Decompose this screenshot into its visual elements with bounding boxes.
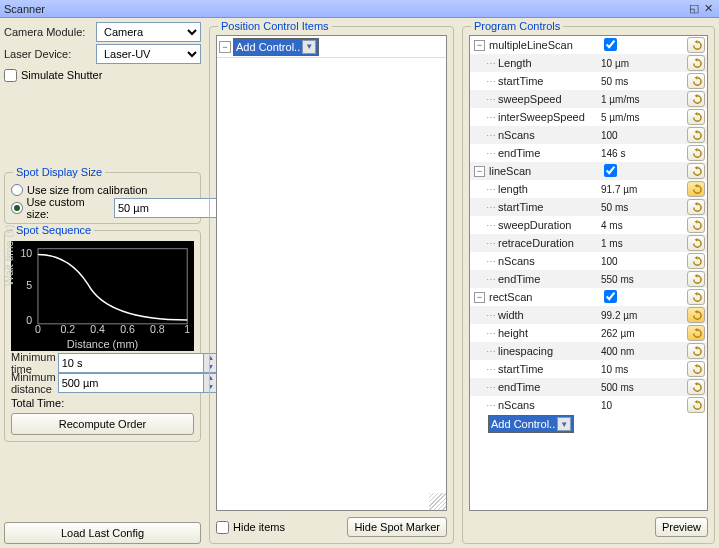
tree-leaf-row[interactable]: ⋯linespacing400 nm [470,342,707,360]
load-config-button[interactable]: Load Last Config [4,522,201,544]
chevron-down-icon[interactable]: ▼ [557,417,571,431]
collapse-icon[interactable]: − [219,41,231,53]
min-dist-input[interactable] [58,373,203,393]
param-value[interactable]: 146 s [601,148,659,159]
revert-button[interactable] [687,55,705,71]
svg-text:0.4: 0.4 [90,323,105,335]
preview-button[interactable]: Preview [655,517,708,537]
tree-leaf-row[interactable]: ⋯Length10 µm [470,54,707,72]
revert-button[interactable] [687,91,705,107]
revert-button[interactable] [687,343,705,359]
param-value[interactable]: 50 ms [601,76,659,87]
recompute-button[interactable]: Recompute Order [11,413,194,435]
revert-button[interactable] [687,37,705,53]
enable-checkbox[interactable] [604,164,617,177]
param-value[interactable]: 500 ms [601,382,659,393]
param-value[interactable]: 550 ms [601,274,659,285]
tree-leaf-row[interactable]: ⋯endTime146 s [470,144,707,162]
param-value[interactable]: 1 µm/ms [601,94,659,105]
param-value[interactable]: 91.7 µm [601,184,659,195]
window-title: Scanner [4,3,687,15]
svg-text:1: 1 [184,323,190,335]
param-value[interactable]: 4 ms [601,220,659,231]
revert-button[interactable] [687,397,705,413]
enable-checkbox[interactable] [604,290,617,303]
revert-button[interactable] [687,361,705,377]
radio-custom[interactable]: Use custom size: ▲▼ [11,199,194,217]
laser-device-select[interactable]: Laser-UV [96,44,201,64]
tree-header-row[interactable]: −rectScan [470,288,707,306]
param-value[interactable]: 99.2 µm [601,310,659,321]
param-value[interactable]: 5 µm/ms [601,112,659,123]
param-name: sweepDuration [498,219,599,231]
min-time-input[interactable] [58,353,203,373]
param-value[interactable]: 100 [601,256,659,267]
collapse-icon[interactable]: − [474,40,485,51]
chevron-down-icon[interactable]: ▼ [302,40,316,54]
param-value[interactable]: 400 nm [601,346,659,357]
tree-leaf-row[interactable]: ⋯sweepDuration4 ms [470,216,707,234]
revert-button[interactable] [687,325,705,341]
param-value[interactable]: 10 µm [601,58,659,69]
add-control-row[interactable]: Add Control..▼ [470,414,707,434]
spot-display-group: Spot Display Size Use size from calibrat… [4,172,201,224]
tree-node-name: lineScan [489,165,604,177]
camera-module-select[interactable]: Camera [96,22,201,42]
laser-device-label: Laser Device: [4,48,94,60]
revert-button[interactable] [687,73,705,89]
hide-items-checkbox[interactable] [216,521,229,534]
tree-leaf-row[interactable]: ⋯startTime50 ms [470,198,707,216]
position-control-group: Position Control Items − Add Control..▼ … [209,26,454,544]
position-control-legend: Position Control Items [218,20,332,32]
resize-grip-icon[interactable] [429,493,446,510]
simulate-shutter-checkbox[interactable] [4,69,17,82]
tree-leaf-row[interactable]: ⋯length91.7 µm [470,180,707,198]
revert-button[interactable] [687,163,705,179]
revert-button[interactable] [687,127,705,143]
tree-leaf-row[interactable]: ⋯startTime10 ms [470,360,707,378]
collapse-icon[interactable]: − [474,166,485,177]
revert-button[interactable] [687,253,705,269]
tree-leaf-row[interactable]: ⋯interSweepSpeed5 µm/ms [470,108,707,126]
param-value[interactable]: 10 ms [601,364,659,375]
tree-leaf-row[interactable]: ⋯endTime550 ms [470,270,707,288]
tree-leaf-row[interactable]: ⋯sweepSpeed1 µm/ms [470,90,707,108]
param-value[interactable]: 262 µm [601,328,659,339]
revert-button[interactable] [687,289,705,305]
tree-node-name: rectScan [489,291,604,303]
tree-leaf-row[interactable]: ⋯width99.2 µm [470,306,707,324]
param-value[interactable]: 100 [601,130,659,141]
add-control-combo[interactable]: Add Control..▼ [233,38,319,56]
revert-button[interactable] [687,217,705,233]
dock-icon[interactable]: ◱ [687,2,701,15]
tree-header-row[interactable]: −multipleLineScan [470,36,707,54]
collapse-icon[interactable]: − [474,292,485,303]
param-name: interSweepSpeed [498,111,599,123]
revert-button[interactable] [687,379,705,395]
tree-leaf-row[interactable]: ⋯nScans10 [470,396,707,414]
enable-checkbox[interactable] [604,38,617,51]
revert-button[interactable] [687,109,705,125]
revert-button[interactable] [687,307,705,323]
tree-leaf-row[interactable]: ⋯height262 µm [470,324,707,342]
add-control-combo[interactable]: Add Control..▼ [488,415,574,433]
param-value[interactable]: 10 [601,400,659,411]
revert-button[interactable] [687,235,705,251]
param-value[interactable]: 1 ms [601,238,659,249]
program-tree[interactable]: −multipleLineScan⋯Length10 µm⋯startTime5… [469,35,708,511]
position-items-list: − Add Control..▼ [216,35,447,511]
tree-header-row[interactable]: −lineScan [470,162,707,180]
revert-button[interactable] [687,181,705,197]
tree-leaf-row[interactable]: ⋯nScans100 [470,252,707,270]
tree-leaf-row[interactable]: ⋯startTime50 ms [470,72,707,90]
revert-button[interactable] [687,145,705,161]
revert-button[interactable] [687,271,705,287]
hide-spot-button[interactable]: Hide Spot Marker [347,517,447,537]
tree-leaf-row[interactable]: ⋯retraceDuration1 ms [470,234,707,252]
revert-button[interactable] [687,199,705,215]
param-value[interactable]: 50 ms [601,202,659,213]
tree-leaf-row[interactable]: ⋯nScans100 [470,126,707,144]
min-dist-label: Minimum distance [11,371,56,395]
tree-leaf-row[interactable]: ⋯endTime500 ms [470,378,707,396]
close-icon[interactable]: ✕ [701,2,715,15]
